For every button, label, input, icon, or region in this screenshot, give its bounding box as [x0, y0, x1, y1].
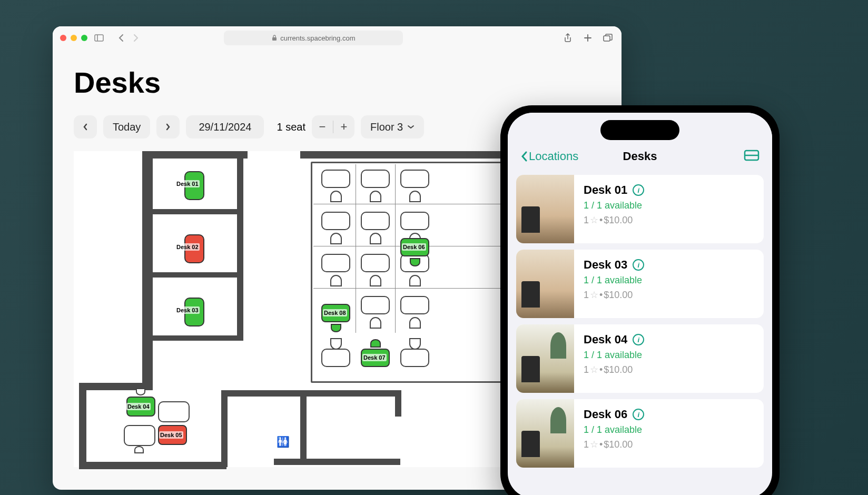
desk-card[interactable]: Desk 03 i 1 / 1 available 1☆ • $10.00: [516, 250, 764, 318]
desk-thumbnail: [516, 399, 574, 468]
floor-selector[interactable]: Floor 3: [361, 115, 424, 138]
seat-decrement-button[interactable]: −: [312, 115, 333, 138]
chevron-left-icon: [520, 151, 528, 162]
prev-day-button[interactable]: [74, 115, 97, 138]
restroom-icon: 🚻: [277, 435, 290, 448]
back-button[interactable]: Locations: [520, 150, 578, 163]
new-tab-icon[interactable]: [581, 32, 594, 44]
info-icon[interactable]: i: [633, 259, 644, 271]
browser-toolbar: currents.spacebring.com: [53, 26, 622, 49]
star-icon: ☆: [590, 289, 598, 301]
desk-label: Desk 07: [362, 354, 387, 361]
svg-rect-2: [272, 37, 277, 41]
date-picker-button[interactable]: 29/11/2024: [186, 115, 264, 138]
maximize-window-icon[interactable]: [81, 35, 87, 41]
minimize-window-icon[interactable]: [71, 35, 77, 41]
next-day-button[interactable]: [156, 115, 180, 138]
seat-increment-button[interactable]: +: [333, 115, 354, 138]
desk-availability: 1 / 1 available: [584, 275, 644, 286]
desk-label: Desk 06: [402, 243, 426, 251]
view-toggle-button[interactable]: [744, 150, 760, 163]
floor-label: Floor 3: [370, 121, 403, 133]
phone-notch: [600, 120, 679, 140]
desk-price: 1☆ • $10.00: [584, 289, 644, 301]
desk-card[interactable]: Desk 01 i 1 / 1 available 1☆ • $10.00: [516, 175, 764, 243]
desk-label: Desk 08: [323, 309, 347, 316]
phone-page-title: Desks: [623, 150, 657, 163]
desk-availability: 1 / 1 available: [584, 200, 644, 211]
desk-availability: 1 / 1 available: [584, 424, 644, 435]
svg-rect-3: [604, 36, 610, 41]
desk-card[interactable]: Desk 06 i 1 / 1 available 1☆ • $10.00: [516, 399, 764, 468]
forward-icon[interactable]: [130, 32, 142, 44]
desk-card[interactable]: Desk 04 i 1 / 1 available 1☆ • $10.00: [516, 324, 764, 393]
back-icon[interactable]: [115, 32, 127, 44]
desk-label: Desk 05: [159, 431, 183, 439]
desk-price: 1☆ • $10.00: [584, 439, 644, 450]
star-icon: ☆: [590, 214, 598, 226]
desk-label: Desk 02: [175, 243, 200, 251]
url-text: currents.spacebring.com: [280, 34, 355, 42]
chevron-down-icon: [407, 125, 415, 129]
floor-plan[interactable]: Desk 01 Desk 02 Desk 03 Desk 04 Desk 05 …: [74, 151, 558, 467]
desk-thumbnail: [516, 324, 574, 393]
seat-count-label: 1 seat: [270, 121, 311, 133]
info-icon[interactable]: i: [633, 409, 644, 420]
address-bar[interactable]: currents.spacebring.com: [224, 31, 403, 45]
close-window-icon[interactable]: [60, 35, 66, 41]
today-button[interactable]: Today: [103, 115, 150, 138]
phone-mockup: Locations Desks Desk 01 i 1 / 1 availabl…: [500, 105, 780, 495]
desk-name: Desk 01: [584, 183, 627, 197]
desk-thumbnail: [516, 175, 574, 243]
desk-label: Desk 01: [175, 180, 200, 187]
share-icon[interactable]: [561, 32, 574, 44]
desk-price: 1☆ • $10.00: [584, 364, 644, 375]
desk-name: Desk 06: [584, 408, 627, 421]
desk-label: Desk 03: [175, 306, 200, 314]
svg-rect-0: [95, 35, 103, 41]
page-title: Desks: [74, 65, 600, 100]
star-icon: ☆: [590, 364, 598, 375]
tabs-icon[interactable]: [601, 32, 614, 44]
desk-name: Desk 03: [584, 258, 627, 272]
desk-name: Desk 04: [584, 333, 627, 346]
desk-label: Desk 04: [126, 403, 151, 410]
desk-thumbnail: [516, 250, 574, 318]
sidebar-toggle-icon[interactable]: [93, 32, 105, 44]
info-icon[interactable]: i: [633, 334, 644, 345]
desk-availability: 1 / 1 available: [584, 350, 644, 361]
desk-price: 1☆ • $10.00: [584, 214, 644, 226]
info-icon[interactable]: i: [633, 184, 644, 196]
back-label: Locations: [529, 150, 578, 163]
window-controls: [60, 35, 87, 41]
star-icon: ☆: [590, 439, 598, 450]
desk-list: Desk 01 i 1 / 1 available 1☆ • $10.00 De…: [508, 171, 772, 472]
lock-icon: [272, 35, 277, 41]
